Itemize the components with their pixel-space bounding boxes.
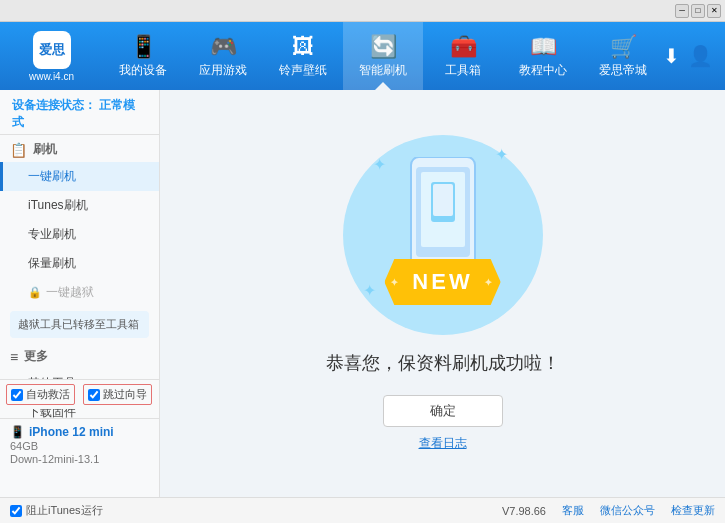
nav-label-my-device: 我的设备 <box>119 62 167 79</box>
status-label: 设备连接状态： <box>12 98 96 112</box>
download-button[interactable]: ⬇ <box>663 44 680 68</box>
device-firmware: Down-12mini-13.1 <box>10 453 150 465</box>
nav-apps-games[interactable]: 🎮 应用游戏 <box>183 22 263 90</box>
skip-wizard-checkbox-label[interactable]: 跳过向导 <box>83 384 152 405</box>
window-controls[interactable]: ─ □ ✕ <box>675 4 721 18</box>
sidebar-section-flash: 📋 刷机 <box>0 135 159 162</box>
lock-icon: 🔒 <box>28 286 42 299</box>
status-bar-right: V7.98.66 客服 微信公众号 检查更新 <box>502 503 715 518</box>
new-badge-text: NEW <box>412 269 472 294</box>
save-flash-label: 保量刷机 <box>28 256 76 270</box>
logo-area[interactable]: 爱思 www.i4.cn <box>0 31 103 82</box>
nav-toolbox[interactable]: 🧰 工具箱 <box>423 22 503 90</box>
device-info: 📱 iPhone 12 mini 64GB Down-12mini-13.1 <box>0 418 160 471</box>
more-section-icon: ≡ <box>10 349 18 365</box>
title-bar: ─ □ ✕ <box>0 0 725 22</box>
more-section-label: 更多 <box>24 348 48 365</box>
wechat-link[interactable]: 微信公众号 <box>600 503 655 518</box>
close-button[interactable]: ✕ <box>707 4 721 18</box>
auto-rescue-checkbox-label[interactable]: 自动救活 <box>6 384 75 405</box>
sidebar-section-more: ≡ 更多 <box>0 342 159 369</box>
jailbreak-label: 一键越狱 <box>46 284 94 301</box>
status-bar-left: 阻止iTunes运行 <box>10 503 486 518</box>
flash-section-label: 刷机 <box>33 141 57 158</box>
check-update-link[interactable]: 检查更新 <box>671 503 715 518</box>
nav-icon-tutorial: 📖 <box>530 34 557 60</box>
nav-smart-flash[interactable]: 🔄 智能刷机 <box>343 22 423 90</box>
confirm-button[interactable]: 确定 <box>383 395 503 427</box>
maximize-button[interactable]: □ <box>691 4 705 18</box>
stop-itunes-label: 阻止iTunes运行 <box>26 503 103 518</box>
skip-wizard-checkbox[interactable] <box>88 389 100 401</box>
sparkle-right: ✦ <box>495 145 508 164</box>
sidebar-item-pro-flash[interactable]: 专业刷机 <box>0 220 159 249</box>
device-storage: 64GB <box>10 440 150 452</box>
nav-items: 📱 我的设备 🎮 应用游戏 🖼 铃声壁纸 🔄 智能刷机 🧰 工具箱 📖 教程中心… <box>103 22 663 90</box>
success-illustration: ✦ ✦ ✦ NEW ✦ <box>343 135 543 335</box>
device-name-label: iPhone 12 mini <box>29 425 114 439</box>
main-layout: 设备连接状态： 正常模式 📋 刷机 一键刷机 iTunes刷机 专业刷机 保量刷… <box>0 90 725 497</box>
nav-icon-store: 🛒 <box>610 34 637 60</box>
device-name-row: 📱 iPhone 12 mini <box>10 425 150 439</box>
nav-icon-toolbox: 🧰 <box>450 34 477 60</box>
sidebar-item-save-flash[interactable]: 保量刷机 <box>0 249 159 278</box>
auto-rescue-checkbox[interactable] <box>11 389 23 401</box>
nav-icon-ringtones: 🖼 <box>292 34 314 60</box>
nav-label-smart-flash: 智能刷机 <box>359 62 407 79</box>
sidebar: 设备连接状态： 正常模式 📋 刷机 一键刷机 iTunes刷机 专业刷机 保量刷… <box>0 90 160 497</box>
svg-point-6 <box>441 216 445 220</box>
nav-right: ⬇ 👤 <box>663 44 725 68</box>
sidebar-item-itunes-flash[interactable]: iTunes刷机 <box>0 191 159 220</box>
nav-label-toolbox: 工具箱 <box>445 62 481 79</box>
skip-wizard-label: 跳过向导 <box>103 387 147 402</box>
nav-my-device[interactable]: 📱 我的设备 <box>103 22 183 90</box>
status-bar: 阻止iTunes运行 V7.98.66 客服 微信公众号 检查更新 <box>0 497 725 523</box>
flash-section-icon: 📋 <box>10 142 27 158</box>
nav-label-apps-games: 应用游戏 <box>199 62 247 79</box>
jailbreak-note: 越狱工具已转移至工具箱 <box>10 311 149 338</box>
checkbox-row: 自动救活 跳过向导 <box>0 379 160 409</box>
sidebar-item-jailbreak-disabled: 🔒 一键越狱 <box>0 278 159 307</box>
sidebar-item-one-click-flash[interactable]: 一键刷机 <box>0 162 159 191</box>
minimize-button[interactable]: ─ <box>675 4 689 18</box>
pro-flash-label: 专业刷机 <box>28 227 76 241</box>
connection-status: 设备连接状态： 正常模式 <box>0 94 159 135</box>
version-text: V7.98.66 <box>502 505 546 517</box>
nav-icon-smart-flash: 🔄 <box>370 34 397 60</box>
nav-label-tutorial: 教程中心 <box>519 62 567 79</box>
logo-icon: 爱思 <box>33 31 71 69</box>
logo-url: www.i4.cn <box>29 71 74 82</box>
stop-itunes-checkbox[interactable] <box>10 505 22 517</box>
view-log-link[interactable]: 查看日志 <box>419 435 467 452</box>
nav-tutorial[interactable]: 📖 教程中心 <box>503 22 583 90</box>
nav-label-ringtones: 铃声壁纸 <box>279 62 327 79</box>
nav-store[interactable]: 🛒 爱思帝城 <box>583 22 663 90</box>
sparkle-left: ✦ <box>373 155 386 174</box>
user-button[interactable]: 👤 <box>688 44 713 68</box>
device-icon: 📱 <box>10 425 25 439</box>
nav-ringtones[interactable]: 🖼 铃声壁纸 <box>263 22 343 90</box>
nav-icon-apps-games: 🎮 <box>210 34 237 60</box>
sparkle-bottom: ✦ <box>363 281 376 300</box>
auto-rescue-label: 自动救活 <box>26 387 70 402</box>
one-click-flash-label: 一键刷机 <box>28 169 76 183</box>
success-text: 恭喜您，保资料刷机成功啦！ <box>326 351 560 375</box>
header: 爱思 www.i4.cn 📱 我的设备 🎮 应用游戏 🖼 铃声壁纸 🔄 智能刷机… <box>0 22 725 90</box>
nav-icon-my-device: 📱 <box>130 34 157 60</box>
customer-service-link[interactable]: 客服 <box>562 503 584 518</box>
nav-label-store: 爱思帝城 <box>599 62 647 79</box>
content-area: ✦ ✦ ✦ NEW ✦ <box>160 90 725 497</box>
svg-rect-5 <box>433 184 453 216</box>
itunes-flash-label: iTunes刷机 <box>28 198 88 212</box>
